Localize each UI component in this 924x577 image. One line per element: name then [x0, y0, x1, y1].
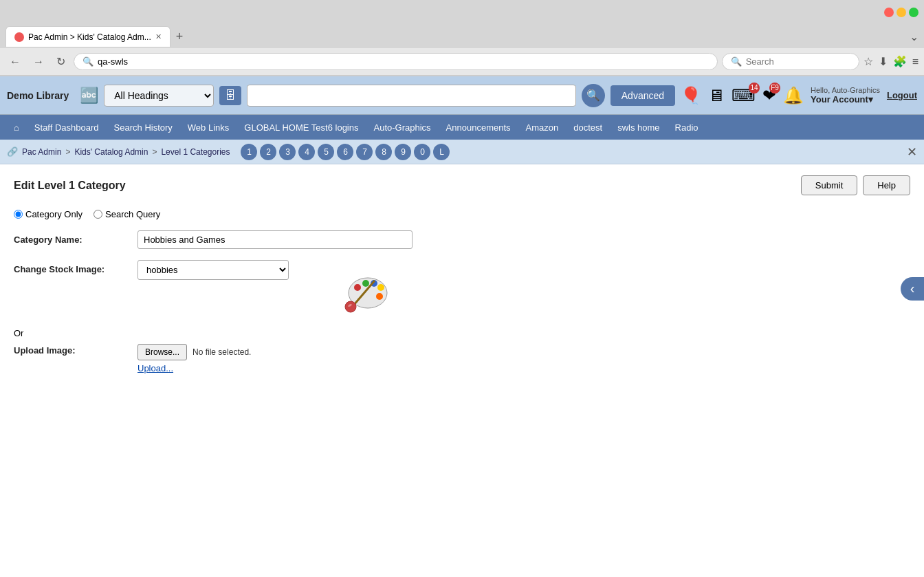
browser-chrome: Pac Admin > Kids' Catalog Adm... ✕ + ⌄ ←…: [0, 0, 924, 76]
address-input[interactable]: [98, 56, 709, 67]
upload-image-control: Browse... No file selected. Upload...: [138, 341, 251, 373]
logout-button[interactable]: Logout: [887, 90, 917, 100]
bookmark-button[interactable]: ☆: [864, 55, 873, 68]
nav-staff-dashboard[interactable]: Staff Dashboard: [28, 118, 106, 137]
category-name-control: [138, 230, 412, 249]
form-actions: Submit Help: [801, 175, 910, 195]
category-only-radio[interactable]: [14, 210, 23, 219]
help-button[interactable]: Help: [863, 175, 910, 195]
page-L[interactable]: L: [433, 144, 450, 160]
upload-section: Or Upload Image: Browse... No file selec…: [14, 328, 910, 373]
category-only-radio-label[interactable]: Category Only: [14, 209, 82, 219]
hot-air-balloon-icon[interactable]: 🎈: [681, 86, 701, 105]
window-minimize-button[interactable]: [896, 8, 906, 17]
database-icon-button[interactable]: 🗄: [219, 86, 241, 105]
page-3[interactable]: 3: [279, 144, 296, 160]
keyboard-badge: 14: [749, 83, 760, 94]
nav-radio[interactable]: Radio: [668, 118, 705, 137]
page-5[interactable]: 5: [318, 144, 334, 160]
page-1[interactable]: 1: [241, 144, 257, 160]
advanced-search-button[interactable]: Advanced: [610, 85, 675, 106]
browser-tab-active[interactable]: Pac Admin > Kids' Catalog Adm... ✕: [6, 26, 170, 47]
page-7[interactable]: 7: [356, 144, 373, 160]
main-nav-bar: ⌂ Staff Dashboard Search History Web Lin…: [0, 115, 924, 140]
browse-button[interactable]: Browse...: [138, 344, 187, 360]
upload-link[interactable]: Upload...: [138, 363, 251, 373]
svg-point-1: [354, 284, 361, 291]
tab-favicon: [14, 32, 24, 42]
breadcrumb-pac-admin[interactable]: Pac Admin: [22, 147, 61, 157]
nav-doctest[interactable]: doctest: [566, 118, 609, 137]
browser-titlebar: [0, 0, 924, 25]
search-go-button[interactable]: 🔍: [582, 84, 605, 107]
window-close-button[interactable]: [884, 8, 894, 17]
browser-tab-bar: Pac Admin > Kids' Catalog Adm... ✕ + ⌄: [0, 25, 924, 48]
refresh-button[interactable]: ↻: [52, 52, 69, 71]
radio-group: Category Only Search Query: [14, 209, 910, 219]
upload-image-row: Upload Image: Browse... No file selected…: [14, 341, 910, 373]
search-query-radio[interactable]: [94, 210, 102, 219]
account-dropdown-button[interactable]: Your Account▾: [811, 94, 880, 105]
downloads-button[interactable]: ⬇: [879, 55, 888, 68]
breadcrumb-sep-1: >: [65, 147, 70, 157]
breadcrumb-icon: 🔗: [7, 146, 18, 157]
form-title: Edit Level 1 Category: [14, 179, 126, 192]
browser-icons: ☆ ⬇ 🧩 ≡: [864, 55, 918, 68]
bell-icon[interactable]: 🔔: [783, 86, 804, 105]
nav-auto-graphics[interactable]: Auto-Graphics: [366, 118, 437, 137]
breadcrumb-close-button[interactable]: ✕: [907, 144, 917, 160]
nav-search-history[interactable]: Search History: [107, 118, 179, 137]
svg-point-5: [376, 293, 383, 300]
stock-image-select[interactable]: hobbies arts music sports science techno…: [138, 260, 289, 280]
category-name-row: Category Name:: [14, 230, 910, 249]
new-tab-button[interactable]: +: [170, 30, 189, 44]
search-type-select[interactable]: All Headings Author Title Subject Keywor…: [104, 85, 214, 107]
browser-nav-bar: ← → ↻ 🔍 🔍 ☆ ⬇ 🧩 ≡: [0, 48, 924, 76]
heart-icon[interactable]: ❤ F9: [762, 86, 776, 105]
back-arrow-button[interactable]: ‹: [901, 277, 924, 301]
search-query-radio-label[interactable]: Search Query: [94, 209, 160, 219]
breadcrumb-kids-catalog-admin[interactable]: Kids' Catalog Admin: [74, 147, 148, 157]
tab-list-button[interactable]: ⌄: [910, 30, 918, 43]
barcode-icon[interactable]: 🖥: [708, 86, 725, 105]
extensions-button[interactable]: 🧩: [893, 55, 907, 68]
main-search-input[interactable]: [247, 85, 576, 107]
tab-close-button[interactable]: ✕: [155, 32, 162, 41]
page-6[interactable]: 6: [337, 144, 353, 160]
page-4[interactable]: 4: [298, 144, 315, 160]
browser-search-input[interactable]: [746, 56, 850, 67]
back-button[interactable]: ←: [6, 53, 25, 71]
translate-icon: 🔤: [80, 87, 98, 105]
address-bar[interactable]: 🔍: [74, 53, 718, 70]
category-name-label: Category Name:: [14, 230, 138, 245]
browser-search-bar[interactable]: 🔍: [722, 53, 859, 70]
greeting-text: Hello, Auto-Graphics: [811, 86, 880, 94]
nav-web-links[interactable]: Web Links: [181, 118, 236, 137]
forward-button[interactable]: →: [29, 53, 48, 71]
upload-image-label: Upload Image:: [14, 341, 138, 356]
nav-home-link[interactable]: ⌂: [7, 118, 26, 137]
nav-swls-home[interactable]: swls home: [610, 118, 666, 137]
breadcrumb-level1-categories[interactable]: Level 1 Categories: [161, 147, 230, 157]
page-2[interactable]: 2: [260, 144, 276, 160]
tab-title: Pac Admin > Kids' Catalog Adm...: [28, 32, 151, 42]
menu-button[interactable]: ≡: [912, 56, 918, 68]
category-name-input[interactable]: [138, 230, 412, 249]
header-icons: 🎈 🖥 ⌨ 14 ❤ F9 🔔 Hello, Auto-Graphics You…: [681, 86, 917, 105]
form-header: Edit Level 1 Category Submit Help: [14, 175, 910, 195]
page-0[interactable]: 0: [414, 144, 430, 160]
nav-global-home[interactable]: GLOBAL HOME Test6 logins: [237, 118, 365, 137]
submit-button[interactable]: Submit: [801, 175, 857, 195]
search-icon: 🔍: [82, 56, 94, 67]
stock-image-row: Change Stock Image: hobbies arts music s…: [14, 260, 910, 317]
nav-announcements[interactable]: Announcements: [439, 118, 518, 137]
keyboard-icon[interactable]: ⌨ 14: [732, 86, 756, 105]
nav-amazon[interactable]: Amazon: [519, 118, 566, 137]
page-9[interactable]: 9: [395, 144, 411, 160]
stock-image-preview: [344, 267, 392, 317]
user-info: Hello, Auto-Graphics Your Account▾: [811, 86, 880, 105]
window-maximize-button[interactable]: [909, 8, 918, 17]
page-8[interactable]: 8: [375, 144, 392, 160]
or-label: Or: [14, 328, 910, 338]
search-query-label: Search Query: [105, 209, 160, 219]
